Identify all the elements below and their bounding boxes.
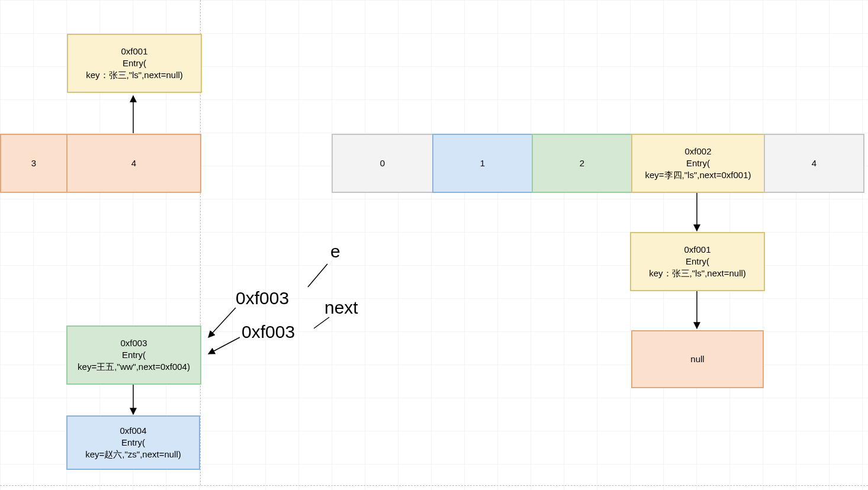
null-label: null — [690, 353, 704, 365]
addr: 0xf003 — [120, 337, 147, 349]
left-array-cell-4[interactable]: 4 — [66, 134, 201, 193]
right-array-cell-1[interactable]: 1 — [432, 134, 532, 193]
left-array-cell-3[interactable]: 3 — [0, 134, 66, 193]
right-array-cell-3[interactable]: 0xf002 Entry( key=李四,"ls",next=0xf001) — [631, 134, 764, 193]
right-array-cell-2[interactable]: 2 — [532, 134, 631, 193]
entry-node-top[interactable]: 0xf001 Entry( key：张三,"ls",next=null) — [67, 34, 202, 93]
label: Entry( — [686, 157, 710, 169]
entry-node-green[interactable]: 0xf003 Entry( key=王五,"ww",next=0xf004) — [66, 325, 201, 385]
addr: 0xf002 — [684, 146, 711, 157]
cell-value: 2 — [580, 157, 584, 169]
null-node[interactable]: null — [631, 330, 764, 388]
detail: key=王五,"ww",next=0xf004) — [78, 361, 190, 373]
right-array-cell-4[interactable]: 4 — [764, 134, 864, 193]
label: Entry( — [122, 349, 146, 361]
label-addr-e: 0xf003 — [236, 288, 289, 308]
detail: key：张三,"ls",next=null) — [86, 69, 183, 81]
label-next: next — [324, 298, 358, 318]
right-array-cell-0[interactable]: 0 — [332, 134, 432, 193]
cell-value: 0 — [380, 157, 385, 169]
cell-value: 3 — [31, 157, 36, 169]
addr: 0xf001 — [684, 244, 711, 256]
label: Entry( — [123, 57, 146, 69]
entry-node-blue[interactable]: 0xf004 Entry( key=赵六,"zs",next=null) — [66, 415, 200, 470]
detail: key=赵六,"zs",next=null) — [85, 449, 181, 460]
label: Entry( — [121, 437, 145, 449]
addr: 0xf004 — [120, 425, 146, 437]
label-e: e — [330, 241, 340, 262]
label: Entry( — [686, 256, 709, 267]
cell-value: 4 — [131, 157, 136, 169]
detail: key=李四,"ls",next=0xf001) — [645, 169, 751, 181]
detail: key：张三,"ls",next=null) — [649, 267, 746, 279]
addr: 0xf001 — [121, 46, 147, 57]
cell-value: 4 — [812, 157, 816, 169]
entry-node-right[interactable]: 0xf001 Entry( key：张三,"ls",next=null) — [630, 232, 765, 291]
cell-value: 1 — [480, 157, 485, 169]
label-addr-next: 0xf003 — [242, 322, 295, 342]
